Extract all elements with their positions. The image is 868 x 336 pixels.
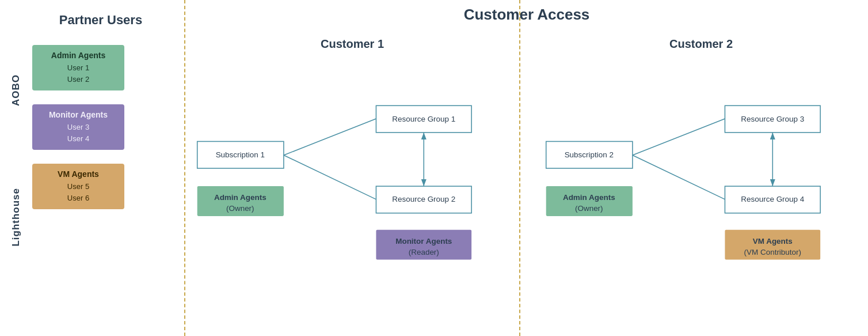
aobo-label: AOBO: [10, 74, 22, 106]
monitor-user-3: User 3: [44, 122, 113, 133]
vm-agents-box: VM Agents User 5 User 6: [32, 164, 124, 209]
monitor-agents-title: Monitor Agents: [44, 110, 113, 119]
rg3-text: Resource Group 3: [741, 115, 804, 123]
customer-1-title: Customer 1: [185, 32, 519, 62]
customer-2-diagram: Subscription 2 Admin Agents (Owner) Reso…: [534, 66, 868, 336]
diagram-container: Partner Users AOBO Lighthouse Admin Agen…: [0, 0, 868, 336]
main-area: Customer Access Customer 1 Subscription …: [185, 0, 868, 336]
sub1-line1: [284, 119, 376, 155]
customer-1-diagram: Subscription 1 Admin Agents (Owner) Reso…: [185, 66, 519, 336]
vm-agents-users: User 5 User 6: [44, 181, 113, 203]
sub1-line2: [284, 155, 376, 199]
vm-contrib-text2: (VM Contributor): [744, 248, 801, 256]
monitor-user-4: User 4: [44, 133, 113, 145]
aobo-lighthouse-wrapper: AOBO Lighthouse Admin Agents User 1 User…: [0, 39, 184, 330]
subscription-2-text: Subscription 2: [565, 150, 614, 159]
admin-agents-users: User 1 User 2: [44, 62, 113, 85]
sub2-line1: [633, 119, 725, 155]
partner-users-title: Partner Users: [0, 6, 184, 39]
customer-1-section: Customer 1 Subscription 1 Admin Agent: [185, 32, 519, 336]
monitor-agents-box: Monitor Agents User 3 User 4: [32, 104, 124, 150]
customer-2-title: Customer 2: [534, 32, 868, 62]
lighthouse-label: Lighthouse: [10, 188, 22, 247]
rg1-text: Resource Group 1: [392, 115, 455, 123]
customer-access-title: Customer Access: [185, 0, 868, 24]
rg2-text: Resource Group 2: [392, 195, 455, 203]
monitor-agents-users: User 3 User 4: [44, 122, 113, 144]
admin-owner2-text1: Admin Agents: [563, 193, 615, 202]
vm-user-6: User 6: [44, 192, 113, 204]
admin-agents-box: Admin Agents User 1 User 2: [32, 45, 124, 90]
admin-user-1: User 1: [44, 62, 113, 74]
admin-agents-title: Admin Agents: [44, 51, 113, 60]
boxes-column: Admin Agents User 1 User 2 Monitor Agent…: [32, 45, 124, 209]
vm-user-5: User 5: [44, 181, 113, 192]
left-panel: Partner Users AOBO Lighthouse Admin Agen…: [0, 0, 184, 336]
subscription-1-text: Subscription 1: [216, 150, 265, 159]
admin-owner2-text2: (Owner): [575, 204, 603, 213]
admin-user-2: User 2: [44, 74, 113, 85]
sub2-line2: [633, 155, 725, 199]
admin-owner-text1: Admin Agents: [214, 193, 267, 202]
rg4-text: Resource Group 4: [741, 195, 804, 203]
vm-agents-title: VM Agents: [44, 169, 113, 179]
vm-contrib-text1: VM Agents: [753, 237, 793, 246]
monitor-reader-text2: (Reader): [409, 248, 439, 256]
customer-2-section: Customer 2 Subscription 2 Admin Agent: [534, 32, 868, 336]
divider-2: [519, 0, 520, 336]
admin-owner-text2: (Owner): [226, 204, 254, 213]
monitor-reader-text1: Monitor Agents: [395, 237, 452, 246]
side-labels: AOBO Lighthouse: [6, 45, 26, 275]
